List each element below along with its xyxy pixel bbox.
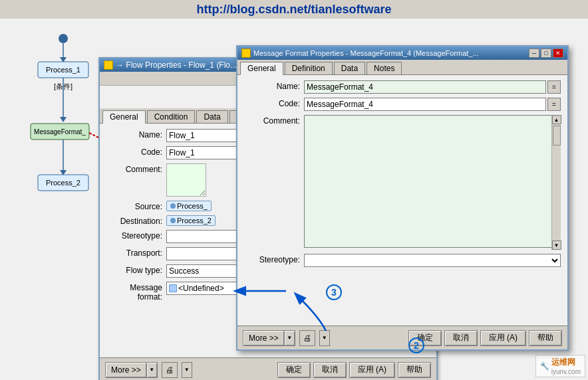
msgfmt-tab-notes[interactable]: Notes: [367, 62, 402, 74]
msgfmt-titlebar: Message Format Properties - MessageForma…: [237, 47, 567, 60]
transport-label: Transport:: [106, 247, 166, 258]
watermark-text: 运维网 iyunv.com: [551, 357, 581, 375]
msgfmt-restore-btn[interactable]: □: [541, 48, 551, 58]
msgfmt-name-label: Name:: [244, 80, 304, 91]
msgfmt-apply-btn[interactable]: 应用 (A): [480, 330, 526, 346]
msgformat-label: MessageFormat_: [34, 128, 86, 136]
flow-printer-dropdown-btn[interactable]: ▼: [182, 362, 192, 378]
dest-btn[interactable]: Process_2: [166, 215, 216, 226]
msgfmt-name-row: Name: =: [244, 80, 561, 94]
msgfmt-title: Message Format Properties - MessageForma…: [253, 49, 479, 57]
msgfmt-tabs: General Definition Data Notes: [237, 60, 567, 75]
arrow2: [60, 117, 67, 122]
dest-value: Process_2: [177, 217, 212, 225]
message-format-icon: [169, 284, 177, 292]
msgfmt-title-left: Message Format Properties - MessageForma…: [241, 48, 479, 58]
msgfmt-cancel-btn[interactable]: 取消: [444, 330, 478, 346]
msgfmt-window: Message Format Properties - MessageForma…: [236, 45, 569, 351]
message-format-label: Message format:: [106, 282, 166, 302]
msgfmt-tab-data[interactable]: Data: [334, 62, 365, 74]
msgfmt-stereotype-label: Stereotype:: [244, 254, 304, 264]
tab-data[interactable]: Data: [196, 110, 227, 123]
watermark: 🔧 运维网 iyunv.com: [535, 355, 585, 377]
flow-props-title-left: → Flow Properties - Flow_1 (Flo...: [104, 60, 237, 70]
scroll-thumb[interactable]: [553, 126, 561, 145]
msgfmt-code-input[interactable]: [304, 98, 546, 111]
scroll-up-btn[interactable]: ▲: [552, 115, 561, 124]
url-bar: http://blog.csdn.net/tianlesoftware: [0, 0, 588, 18]
flow-props-win-icon: [104, 60, 113, 70]
source-field-label: Source:: [106, 201, 166, 211]
url-text: http://blog.csdn.net/tianlesoftware: [196, 3, 391, 16]
msgfmt-more-container: More >> ▼: [243, 330, 295, 346]
canvas-area: Process_1 [条件] MessageFormat_ Process_2 …: [0, 19, 588, 380]
process1-label: Process_1: [46, 66, 80, 74]
msgfmt-code-label: Code:: [244, 98, 304, 108]
stereotype-label: Stereotype:: [106, 230, 166, 240]
name-label: Name:: [106, 129, 166, 140]
flow-type-label: Flow type:: [106, 264, 166, 275]
flow-help-btn[interactable]: 帮助: [398, 362, 431, 378]
tab-condition[interactable]: Condition: [147, 110, 196, 123]
msgfmt-more-dropdown-btn[interactable]: ▼: [285, 330, 295, 346]
flow-printer-btn[interactable]: 🖨: [162, 362, 178, 378]
source-dot: [170, 203, 176, 209]
msgfmt-code-btn[interactable]: =: [547, 98, 561, 111]
msgfmt-minimize-btn[interactable]: ─: [529, 48, 539, 58]
msgfmt-comment-textarea[interactable]: [304, 115, 561, 248]
flow-more-dropdown-btn[interactable]: ▼: [147, 362, 158, 378]
flow-props-title: → Flow Properties - Flow_1 (Flo...: [116, 60, 237, 70]
msgfmt-more-btn[interactable]: More >>: [243, 330, 285, 346]
msgfmt-bottom-bar: More >> ▼ 🖨 ▼ 确定 取消 应用 (A) 帮助: [237, 326, 567, 349]
diagram-svg: Process_1 [条件] MessageFormat_ Process_2: [20, 25, 106, 351]
msgfmt-help-btn[interactable]: 帮助: [529, 330, 562, 346]
msgfmt-name-btn[interactable]: =: [547, 80, 561, 94]
tab-general[interactable]: General: [102, 110, 146, 124]
comment-label: Comment:: [106, 163, 166, 174]
flow-confirm-btn[interactable]: 确定: [277, 362, 311, 378]
process2-label: Process_2: [46, 179, 80, 187]
flow-more-btn[interactable]: More >>: [105, 362, 147, 378]
msgfmt-form: Name: = Code: = Comment: ▲: [237, 75, 567, 276]
msgfmt-name-input[interactable]: [304, 80, 546, 94]
annotation-2: 2: [408, 337, 424, 353]
msgfmt-stereotype-select[interactable]: [304, 254, 561, 267]
dest-label: Destination:: [106, 215, 166, 226]
start-circle: [59, 34, 68, 43]
msgfmt-stereotype-row: Stereotype:: [244, 254, 561, 267]
msgfmt-tab-definition[interactable]: Definition: [285, 62, 333, 74]
msgfmt-titlebar-btns: ─ □ ✕: [529, 48, 563, 58]
flow-apply-btn[interactable]: 应用 (A): [349, 362, 395, 378]
message-format-value: <Undefined>: [178, 284, 224, 293]
flow-cancel-btn[interactable]: 取消: [313, 362, 347, 378]
msgfmt-scrollbar[interactable]: ▲ ▼: [551, 115, 561, 250]
msgfmt-comment-label: Comment:: [244, 115, 304, 126]
msgfmt-printer-btn[interactable]: 🖨: [299, 330, 315, 346]
source-field-btn[interactable]: Process_: [166, 201, 212, 211]
msgfmt-comment-row: Comment: ▲ ▼: [244, 115, 561, 250]
dest-dot: [170, 218, 176, 223]
msgfmt-tab-general[interactable]: General: [240, 62, 283, 75]
msgfmt-printer-dropdown-btn[interactable]: ▼: [319, 330, 330, 346]
code-label: Code:: [106, 146, 166, 157]
msgfmt-code-row: Code: =: [244, 98, 561, 111]
msgfmt-close-btn[interactable]: ✕: [553, 48, 563, 58]
more-btn-container: More >> ▼: [105, 362, 158, 378]
flow-props-bottom-bar: More >> ▼ 🖨 ▼ 确定 取消 应用 (A) 帮助: [100, 357, 436, 380]
watermark-text1: 🔧: [540, 362, 549, 371]
msgfmt-win-icon: [241, 48, 251, 58]
comment-textarea[interactable]: [166, 163, 206, 197]
scroll-down-btn[interactable]: ▼: [552, 240, 561, 250]
source-field-value: Process_: [177, 202, 208, 210]
annotation-3: 3: [326, 284, 342, 300]
